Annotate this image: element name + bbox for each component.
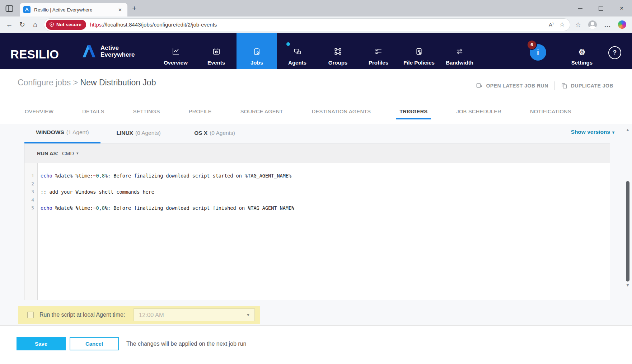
- code-line[interactable]: echo %date% %time:~0,8%: Before finalizi…: [41, 204, 294, 212]
- breadcrumb: Configure jobs > New Distribution Job: [18, 78, 156, 88]
- tab-destination-agents[interactable]: DESTINATION AGENTS: [312, 109, 371, 117]
- app-nav-right: 6 i ⚙ Settings ?: [530, 33, 628, 69]
- agent-time-select[interactable]: 12:00 AM ▼: [134, 308, 255, 321]
- nav-item-events[interactable]: Events: [196, 33, 237, 69]
- scrollbar-thumb[interactable]: [626, 181, 629, 282]
- not-secure-label: Not secure: [56, 22, 81, 27]
- tab-triggers[interactable]: TRIGGERS: [399, 109, 427, 117]
- browser-window: Resilio | Active Everywhere ✕ + ✕ ← ↻ ⌂ …: [0, 0, 632, 364]
- resilio-favicon-icon: [23, 6, 31, 13]
- not-secure-badge[interactable]: Not secure: [46, 20, 86, 30]
- help-button[interactable]: ?: [608, 46, 621, 59]
- tab-settings[interactable]: SETTINGS: [133, 109, 160, 117]
- url-text[interactable]: https://localhost:8443/jobs/configure/ed…: [90, 22, 543, 28]
- favorite-star-icon[interactable]: ☆: [560, 21, 565, 28]
- cancel-button[interactable]: Cancel: [70, 337, 119, 350]
- scroll-up-icon[interactable]: ▲: [626, 127, 630, 132]
- tab-notifications[interactable]: NOTIFICATIONS: [530, 109, 571, 117]
- close-window-button[interactable]: ✕: [611, 0, 632, 16]
- caret-down-icon: ▾: [612, 130, 614, 135]
- new-tab-button[interactable]: +: [132, 5, 136, 12]
- nav-item-jobs[interactable]: Jobs: [237, 33, 277, 69]
- script-editor[interactable]: 12345 echo %date% %time:~0,8%: Before fi…: [24, 163, 610, 300]
- tab-actions-menu-icon[interactable]: [5, 4, 14, 13]
- back-icon[interactable]: ←: [3, 21, 16, 29]
- page-title: New Distribution Job: [80, 78, 156, 87]
- product-line2: Everywhere: [100, 51, 135, 58]
- info-icon: i: [537, 48, 539, 57]
- nav-label: File Policies: [403, 60, 435, 66]
- tab-close-icon[interactable]: ✕: [116, 6, 124, 13]
- tab-job-scheduler[interactable]: JOB SCHEDULER: [456, 109, 501, 117]
- save-button[interactable]: Save: [17, 337, 66, 350]
- editor-gutter: 12345: [25, 163, 38, 300]
- run-as-select[interactable]: CMD: [62, 151, 74, 156]
- caret-down-icon: ▼: [246, 313, 250, 317]
- events-calendar-icon: [212, 47, 220, 56]
- platform-tab-linux[interactable]: LINUX (0 Agents): [100, 124, 177, 143]
- notifications-info-button[interactable]: 6 i: [530, 44, 546, 61]
- tab-profile[interactable]: PROFILE: [189, 109, 212, 117]
- help-icon: ?: [613, 49, 617, 56]
- agent-time-checkbox[interactable]: [27, 312, 34, 318]
- show-versions-button[interactable]: Show versions▾: [571, 129, 614, 135]
- agent-time-row: Run the script at local Agent time: 12:0…: [18, 306, 260, 324]
- browser-toolbar: ← ↻ ⌂ Not secure https://localhost:8443/…: [0, 16, 632, 33]
- editor-code[interactable]: echo %date% %time:~0,8%: Before finalizi…: [38, 163, 294, 300]
- nav-item-profiles[interactable]: Profiles: [358, 33, 399, 69]
- nav-label: Groups: [328, 60, 347, 66]
- favorites-bar-icon[interactable]: ☆: [575, 21, 581, 29]
- nav-item-file-policies[interactable]: File Policies: [399, 33, 439, 69]
- copilot-icon[interactable]: [618, 20, 626, 29]
- refresh-icon[interactable]: ↻: [16, 20, 29, 29]
- home-icon[interactable]: ⌂: [29, 21, 42, 29]
- platform-tab-windows[interactable]: WINDOWS (1 Agent): [24, 124, 100, 143]
- nav-item-overview[interactable]: Overview: [155, 33, 196, 69]
- duplicate-copy-icon: [561, 82, 568, 89]
- platform-count: (0 Agents): [210, 130, 235, 136]
- platform-count: (1 Agent): [66, 129, 89, 136]
- breadcrumb-configure-jobs[interactable]: Configure jobs: [18, 78, 71, 87]
- code-line[interactable]: [41, 196, 294, 204]
- address-bar[interactable]: Not secure https://localhost:8443/jobs/c…: [44, 18, 570, 31]
- tab-details[interactable]: DETAILS: [82, 109, 104, 117]
- nav-item-groups[interactable]: Groups: [318, 33, 358, 69]
- platform-tab-osx[interactable]: OS X (0 Agents): [177, 124, 253, 143]
- agent-time-value: 12:00 AM: [139, 312, 164, 318]
- job-config-tabs: OVERVIEW DETAILS SETTINGS PROFILE SOURCE…: [25, 109, 571, 117]
- line-number: 1: [25, 172, 37, 180]
- read-aloud-icon[interactable]: A⁾: [549, 22, 554, 28]
- browser-tab-strip: Resilio | Active Everywhere ✕ + ✕: [0, 0, 632, 16]
- code-line[interactable]: echo %date% %time:~0,8%: Before finalizi…: [41, 172, 294, 180]
- tab-overview[interactable]: OVERVIEW: [25, 109, 53, 117]
- maximize-button[interactable]: [590, 0, 611, 16]
- browser-tab[interactable]: Resilio | Active Everywhere ✕: [20, 3, 127, 16]
- bandwidth-arrows-icon: [455, 47, 464, 56]
- code-line[interactable]: [41, 180, 294, 188]
- open-job-run-icon: [476, 82, 483, 89]
- product-line1: Active: [100, 44, 135, 51]
- gear-icon: ⚙: [579, 48, 586, 57]
- jobs-clipboard-icon: [253, 47, 261, 56]
- settings-label: Settings: [571, 60, 593, 66]
- code-line[interactable]: :: add your Windows shell commands here: [41, 188, 294, 196]
- open-latest-job-run-button[interactable]: OPEN LATEST JOB RUN: [476, 82, 548, 89]
- nav-label: Overview: [164, 60, 188, 66]
- nav-item-settings[interactable]: ⚙ Settings: [571, 33, 593, 69]
- platform-tabs: WINDOWS (1 Agent) LINUX (0 Agents) OS X …: [24, 124, 253, 143]
- run-as-bar: RUN AS: CMD ▾: [24, 143, 610, 163]
- nav-item-agents[interactable]: Agents: [277, 33, 318, 69]
- tab-source-agent[interactable]: SOURCE AGENT: [240, 109, 283, 117]
- browser-menu-icon[interactable]: …: [604, 21, 611, 29]
- nav-item-bandwidth[interactable]: Bandwidth: [439, 33, 480, 69]
- profile-avatar[interactable]: [588, 20, 597, 29]
- scroll-down-icon[interactable]: ▼: [626, 283, 630, 288]
- breadcrumb-chevron: >: [73, 78, 78, 87]
- app-nav-bar: RESILIO Active Everywhere Overview: [0, 33, 632, 69]
- caret-down-icon[interactable]: ▾: [76, 151, 79, 156]
- run-as-label: RUN AS:: [37, 151, 58, 156]
- line-number: 3: [25, 188, 37, 196]
- duplicate-job-button[interactable]: DUPLICATE JOB: [561, 82, 613, 89]
- footer-note: The changes will be applied on the next …: [126, 337, 246, 350]
- minimize-button[interactable]: [570, 0, 590, 16]
